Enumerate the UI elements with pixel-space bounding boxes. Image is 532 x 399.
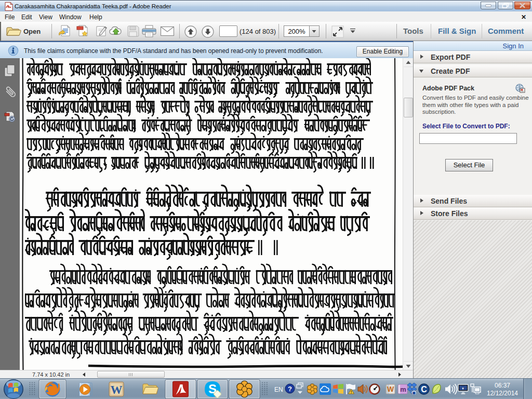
svg-text:⚙: ⚙ — [413, 391, 416, 395]
svg-text:?: ? — [288, 385, 292, 393]
svg-text:W: W — [387, 385, 394, 393]
svg-text:▾: ▾ — [462, 387, 464, 390]
svg-text:06:37: 06:37 — [495, 382, 510, 389]
svg-text:!: ! — [351, 390, 352, 394]
svg-text:m: m — [400, 385, 406, 393]
svg-text:C: C — [421, 385, 427, 394]
svg-text:EN: EN — [274, 386, 283, 393]
svg-text:W: W — [111, 383, 123, 396]
svg-text:12/12/2014: 12/12/2014 — [487, 390, 518, 397]
